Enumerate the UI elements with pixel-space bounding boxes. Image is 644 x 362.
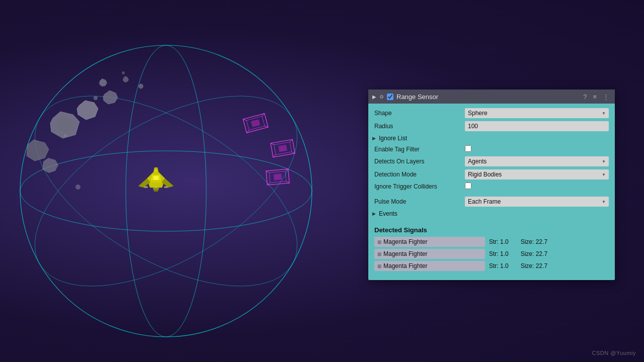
svg-rect-17 (247, 116, 265, 130)
events-label: Events (379, 210, 397, 217)
svg-point-48 (122, 71, 125, 74)
svg-line-28 (273, 155, 276, 157)
svg-point-11 (153, 187, 159, 190)
svg-line-35 (267, 183, 270, 185)
detected-signals-section: Detected Signals ⊞Magenta FighterStr: 1.… (368, 222, 615, 277)
signal-name-box: ⊞Magenta Fighter (374, 237, 485, 247)
detects-on-layers-dropdown[interactable]: Agents Enemies Players Everything (465, 156, 609, 166)
signal-name-box: ⊞Magenta Fighter (374, 261, 485, 271)
svg-marker-42 (42, 158, 58, 173)
svg-point-1 (20, 151, 312, 231)
inspector-header: ▶ ⚙ Range Sensor ? ≡ ⋮ (368, 89, 615, 104)
enable-tag-filter-checkbox[interactable] (465, 145, 471, 152)
signal-name: Magenta Fighter (383, 262, 427, 269)
radius-input[interactable] (465, 121, 609, 131)
svg-marker-43 (99, 78, 107, 86)
pulse-mode-label: Pulse Mode (374, 198, 465, 205)
inspector-body: Shape Sphere Box Capsule Radius ▶ Ignore… (368, 104, 615, 280)
svg-line-20 (262, 114, 265, 116)
signal-stats: Str: 1.0Size: 22.7 (489, 262, 547, 269)
enable-tag-filter-value (465, 145, 609, 153)
more-button[interactable]: ⋮ (601, 93, 611, 101)
svg-point-46 (75, 185, 80, 190)
ignore-list-arrow-icon: ▶ (372, 136, 376, 141)
detects-on-layers-label: Detects On Layers (374, 158, 465, 165)
svg-marker-8 (162, 178, 174, 188)
svg-marker-7 (138, 178, 150, 188)
detection-mode-row: Detection Mode Rigid Bodies Colliders Tr… (368, 168, 615, 181)
svg-rect-30 (266, 169, 289, 185)
svg-line-29 (291, 151, 295, 154)
help-button[interactable]: ? (582, 93, 588, 101)
collapse-arrow-icon[interactable]: ▶ (372, 94, 376, 100)
svg-line-27 (289, 139, 293, 142)
inspector-panel: ▶ ⚙ Range Sensor ? ≡ ⋮ Shape Sphere Box … (368, 89, 615, 280)
svg-point-3 (5, 57, 328, 325)
signal-size: Size: 22.7 (521, 238, 547, 245)
signal-icon: ⊞ (377, 239, 381, 245)
svg-line-34 (285, 169, 288, 171)
svg-marker-41 (27, 140, 49, 161)
signal-strength: Str: 1.0 (489, 238, 509, 245)
events-section-header[interactable]: ▶ Events (368, 208, 615, 219)
ignore-trigger-colliders-label: Ignore Trigger Colliders (374, 183, 465, 190)
component-enabled-checkbox[interactable] (387, 94, 393, 100)
svg-rect-16 (243, 114, 268, 133)
svg-point-13 (164, 186, 168, 188)
radius-property-row: Radius (368, 120, 615, 133)
pulse-mode-row: Pulse Mode Each Frame Fixed Update Manua… (368, 195, 615, 208)
signal-row: ⊞Magenta FighterStr: 1.0Size: 22.7 (374, 261, 609, 271)
svg-rect-32 (274, 173, 282, 180)
svg-rect-24 (274, 142, 292, 154)
svg-point-12 (144, 186, 148, 188)
ignore-list-label: Ignore List (379, 135, 407, 142)
settings-button[interactable]: ≡ (591, 93, 598, 101)
signal-icon: ⊞ (377, 251, 381, 257)
pulse-mode-dropdown-wrapper: Each Frame Fixed Update Manual (465, 197, 609, 207)
pulse-mode-dropdown[interactable]: Each Frame Fixed Update Manual (465, 197, 609, 207)
ignore-trigger-colliders-row: Ignore Trigger Colliders (368, 181, 615, 192)
radius-input-wrapper (465, 121, 609, 131)
signal-stats: Str: 1.0Size: 22.7 (489, 250, 547, 257)
svg-line-19 (243, 119, 247, 121)
detection-mode-dropdown-wrapper: Rigid Bodies Colliders Triggers (465, 169, 609, 179)
shape-property-row: Shape Sphere Box Capsule (368, 107, 615, 120)
svg-line-26 (271, 143, 274, 145)
detects-on-layers-dropdown-wrapper: Agents Enemies Players Everything (465, 156, 609, 166)
svg-marker-5 (147, 169, 165, 188)
detection-mode-dropdown[interactable]: Rigid Bodies Colliders Triggers (465, 169, 609, 179)
svg-marker-15 (153, 188, 159, 192)
watermark: CSDN @Yuumiy (592, 350, 636, 356)
svg-line-33 (266, 170, 269, 173)
svg-rect-31 (269, 171, 286, 183)
radius-label: Radius (374, 123, 465, 130)
svg-marker-40 (103, 90, 118, 104)
svg-marker-45 (138, 83, 143, 89)
ignore-trigger-colliders-checkbox[interactable] (465, 183, 471, 189)
svg-point-0 (20, 45, 312, 337)
settings-icon: ⚙ (379, 94, 384, 100)
component-title: Range Sensor (396, 93, 579, 101)
svg-marker-38 (56, 117, 71, 132)
signal-strength: Str: 1.0 (489, 262, 509, 269)
detection-mode-label: Detection Mode (374, 171, 465, 178)
shape-dropdown-wrapper: Sphere Box Capsule (465, 108, 609, 118)
events-arrow-icon: ▶ (372, 211, 376, 216)
enable-tag-filter-label: Enable Tag Filter (374, 146, 465, 153)
svg-point-47 (94, 96, 98, 100)
signal-name-box: ⊞Magenta Fighter (374, 249, 485, 259)
svg-line-22 (265, 125, 268, 128)
signal-row: ⊞Magenta FighterStr: 1.0Size: 22.7 (374, 237, 609, 247)
ignore-trigger-colliders-value (465, 183, 609, 191)
shape-label: Shape (374, 110, 465, 117)
signal-row: ⊞Magenta FighterStr: 1.0Size: 22.7 (374, 249, 609, 259)
shape-dropdown[interactable]: Sphere Box Capsule (465, 108, 609, 118)
signal-strength: Str: 1.0 (489, 250, 509, 257)
ignore-list-section-header[interactable]: ▶ Ignore List (368, 133, 615, 144)
svg-marker-37 (50, 112, 79, 138)
svg-rect-25 (278, 145, 287, 152)
signal-name: Magenta Fighter (383, 238, 427, 245)
svg-line-36 (286, 181, 289, 184)
svg-line-21 (246, 130, 250, 133)
signal-name: Magenta Fighter (383, 250, 427, 257)
